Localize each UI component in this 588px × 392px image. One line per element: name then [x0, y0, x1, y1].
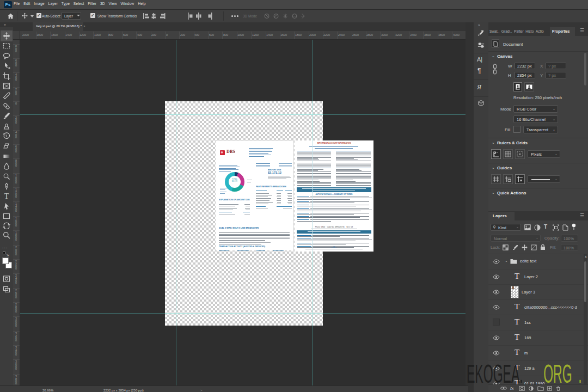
- svg-text:T: T: [4, 192, 9, 200]
- svg-text:E: E: [481, 30, 483, 33]
